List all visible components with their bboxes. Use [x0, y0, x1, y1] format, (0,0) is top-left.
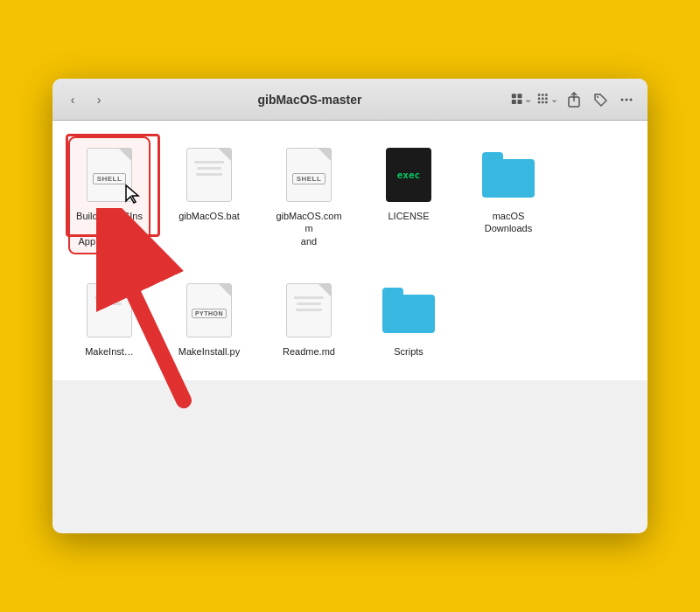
svg-rect-0 [512, 94, 516, 98]
content-area: SHELL BuildmacOSInstallApp.command [52, 121, 648, 380]
svg-rect-5 [542, 94, 544, 96]
more-icon[interactable] [616, 89, 637, 110]
svg-rect-11 [542, 101, 544, 103]
file-label: MakeInstall.py [178, 345, 240, 358]
svg-point-14 [597, 96, 598, 98]
list-item[interactable]: SHELL gibMacOS.command [270, 138, 348, 253]
svg-rect-7 [538, 97, 541, 100]
svg-rect-3 [518, 100, 522, 104]
file-label: gibMacOS.command [275, 210, 343, 247]
file-label: BuildmacOSInstallApp.command [75, 210, 144, 247]
list-item[interactable]: MakeInst… [70, 274, 149, 363]
back-button[interactable]: ‹ [63, 90, 82, 109]
file-label: gibMacOS.bat [178, 210, 240, 222]
toolbar: ‹ › gibMacOS-master ⌄ [52, 79, 648, 121]
svg-rect-12 [545, 101, 548, 103]
toolbar-right: ⌄ ⌄ [511, 89, 637, 110]
svg-rect-6 [545, 94, 548, 96]
svg-point-15 [621, 98, 624, 101]
grid-view-icon[interactable]: ⌄ [511, 89, 532, 110]
file-grid: SHELL BuildmacOSInstallApp.command [70, 138, 630, 363]
list-item[interactable]: Scripts [369, 274, 448, 363]
svg-rect-10 [538, 101, 541, 103]
svg-rect-8 [542, 97, 544, 100]
tag-icon[interactable] [590, 89, 611, 110]
list-item[interactable]: SHELL BuildmacOSInstallApp.command [70, 138, 149, 253]
list-item[interactable]: Readme.md [270, 274, 348, 363]
forward-button[interactable]: › [89, 90, 108, 109]
finder-window: ‹ › gibMacOS-master ⌄ [52, 79, 648, 533]
list-item[interactable]: exec LICENSE [369, 138, 448, 253]
file-label: Scripts [394, 345, 424, 358]
file-label: Readme.md [283, 345, 335, 358]
svg-rect-9 [545, 97, 548, 100]
list-item[interactable]: PYTHON MakeInstall.py [170, 274, 248, 363]
content-wrapper: SHELL BuildmacOSInstallApp.command [52, 121, 648, 533]
file-icon: exec [381, 143, 437, 206]
list-item[interactable]: gibMacOS.bat [170, 138, 248, 253]
file-icon [81, 279, 137, 342]
window-title: gibMacOS-master [116, 93, 504, 107]
list-item[interactable]: macOSDownloads [469, 138, 548, 253]
svg-point-17 [630, 98, 633, 101]
file-icon [480, 143, 536, 206]
file-icon [181, 143, 237, 206]
share-icon[interactable] [564, 89, 584, 110]
file-icon: SHELL [81, 143, 137, 206]
file-icon [281, 279, 337, 342]
svg-rect-2 [512, 100, 516, 104]
file-label: MakeInst… [85, 345, 134, 358]
file-icon: SHELL [281, 143, 337, 206]
file-label: macOSDownloads [485, 210, 532, 235]
file-label: LICENSE [388, 210, 429, 222]
svg-rect-4 [538, 94, 541, 96]
svg-point-16 [626, 98, 628, 101]
svg-rect-1 [518, 94, 522, 98]
file-icon: PYTHON [181, 279, 237, 342]
small-grid-icon[interactable]: ⌄ [537, 89, 558, 110]
file-icon [381, 279, 437, 342]
